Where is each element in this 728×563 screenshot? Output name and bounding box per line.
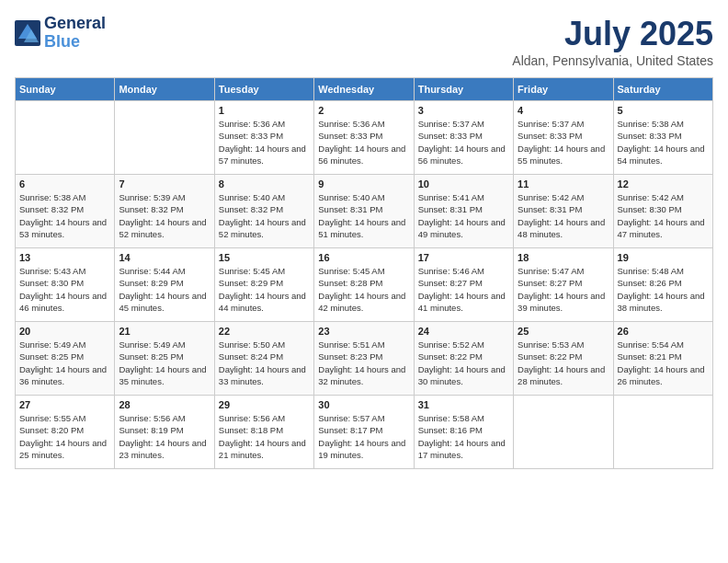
- day-info: Sunrise: 5:56 AM Sunset: 8:19 PM Dayligh…: [119, 412, 210, 461]
- day-info: Sunrise: 5:37 AM Sunset: 8:33 PM Dayligh…: [418, 118, 509, 167]
- calendar-cell: 3Sunrise: 5:37 AM Sunset: 8:33 PM Daylig…: [414, 101, 513, 175]
- calendar-cell: 13Sunrise: 5:43 AM Sunset: 8:30 PM Dayli…: [16, 248, 115, 322]
- calendar-cell: [115, 101, 214, 175]
- day-number: 3: [418, 105, 509, 116]
- calendar-cell: 28Sunrise: 5:56 AM Sunset: 8:19 PM Dayli…: [115, 396, 214, 469]
- day-number: 14: [119, 252, 210, 263]
- day-number: 23: [318, 326, 409, 337]
- logo-icon: [15, 20, 40, 46]
- day-info: Sunrise: 5:44 AM Sunset: 8:29 PM Dayligh…: [119, 265, 210, 314]
- calendar-cell: 31Sunrise: 5:58 AM Sunset: 8:16 PM Dayli…: [414, 396, 513, 469]
- calendar-cell: 9Sunrise: 5:40 AM Sunset: 8:31 PM Daylig…: [314, 175, 414, 248]
- day-info: Sunrise: 5:53 AM Sunset: 8:22 PM Dayligh…: [518, 339, 609, 387]
- calendar-cell: 8Sunrise: 5:40 AM Sunset: 8:32 PM Daylig…: [214, 175, 313, 248]
- day-number: 13: [19, 252, 110, 263]
- day-number: 29: [219, 399, 310, 410]
- day-number: 15: [219, 252, 310, 263]
- calendar-cell: 24Sunrise: 5:52 AM Sunset: 8:22 PM Dayli…: [414, 322, 513, 396]
- day-number: 17: [418, 252, 509, 263]
- page-header: General Blue July 2025 Aldan, Pennsylvan…: [15, 15, 713, 68]
- day-info: Sunrise: 5:41 AM Sunset: 8:31 PM Dayligh…: [418, 191, 509, 240]
- day-info: Sunrise: 5:45 AM Sunset: 8:28 PM Dayligh…: [318, 265, 409, 314]
- day-number: 2: [318, 105, 409, 116]
- day-number: 4: [518, 105, 609, 116]
- calendar-cell: 23Sunrise: 5:51 AM Sunset: 8:23 PM Dayli…: [314, 322, 414, 396]
- day-number: 24: [418, 326, 509, 337]
- day-info: Sunrise: 5:45 AM Sunset: 8:29 PM Dayligh…: [219, 265, 310, 314]
- calendar-cell: 14Sunrise: 5:44 AM Sunset: 8:29 PM Dayli…: [115, 248, 214, 322]
- calendar-cell: 21Sunrise: 5:49 AM Sunset: 8:25 PM Dayli…: [115, 322, 214, 396]
- calendar-cell: 4Sunrise: 5:37 AM Sunset: 8:33 PM Daylig…: [514, 101, 613, 175]
- calendar-cell: [16, 101, 115, 175]
- day-info: Sunrise: 5:38 AM Sunset: 8:33 PM Dayligh…: [618, 118, 709, 167]
- calendar-cell: 7Sunrise: 5:39 AM Sunset: 8:32 PM Daylig…: [115, 175, 214, 248]
- day-number: 28: [119, 399, 210, 410]
- calendar-cell: 15Sunrise: 5:45 AM Sunset: 8:29 PM Dayli…: [214, 248, 313, 322]
- calendar-cell: 16Sunrise: 5:45 AM Sunset: 8:28 PM Dayli…: [314, 248, 414, 322]
- day-number: 30: [318, 399, 409, 410]
- day-number: 10: [418, 178, 509, 190]
- day-number: 1: [219, 105, 310, 116]
- day-info: Sunrise: 5:52 AM Sunset: 8:22 PM Dayligh…: [418, 339, 509, 387]
- day-info: Sunrise: 5:42 AM Sunset: 8:30 PM Dayligh…: [618, 191, 709, 240]
- day-info: Sunrise: 5:48 AM Sunset: 8:26 PM Dayligh…: [618, 265, 709, 314]
- day-info: Sunrise: 5:39 AM Sunset: 8:32 PM Dayligh…: [119, 191, 210, 240]
- day-number: 7: [119, 178, 210, 190]
- day-info: Sunrise: 5:49 AM Sunset: 8:25 PM Dayligh…: [19, 339, 110, 387]
- day-info: Sunrise: 5:49 AM Sunset: 8:25 PM Dayligh…: [119, 339, 210, 387]
- day-info: Sunrise: 5:58 AM Sunset: 8:16 PM Dayligh…: [418, 412, 509, 461]
- day-info: Sunrise: 5:43 AM Sunset: 8:30 PM Dayligh…: [19, 265, 110, 314]
- calendar-cell: 17Sunrise: 5:46 AM Sunset: 8:27 PM Dayli…: [414, 248, 513, 322]
- calendar-cell: 19Sunrise: 5:48 AM Sunset: 8:26 PM Dayli…: [613, 248, 712, 322]
- calendar-cell: 1Sunrise: 5:36 AM Sunset: 8:33 PM Daylig…: [214, 101, 313, 175]
- calendar-cell: 6Sunrise: 5:38 AM Sunset: 8:32 PM Daylig…: [16, 175, 115, 248]
- day-info: Sunrise: 5:38 AM Sunset: 8:32 PM Dayligh…: [19, 191, 110, 240]
- day-of-week-header: Sunday: [16, 78, 115, 101]
- day-info: Sunrise: 5:54 AM Sunset: 8:21 PM Dayligh…: [618, 339, 709, 387]
- calendar-cell: 26Sunrise: 5:54 AM Sunset: 8:21 PM Dayli…: [613, 322, 712, 396]
- day-info: Sunrise: 5:36 AM Sunset: 8:33 PM Dayligh…: [318, 118, 409, 167]
- day-info: Sunrise: 5:51 AM Sunset: 8:23 PM Dayligh…: [318, 339, 409, 387]
- day-of-week-header: Wednesday: [314, 78, 414, 101]
- calendar-cell: [613, 396, 712, 469]
- calendar-cell: 29Sunrise: 5:56 AM Sunset: 8:18 PM Dayli…: [214, 396, 313, 469]
- logo-line1: General: [44, 15, 106, 33]
- calendar-cell: 12Sunrise: 5:42 AM Sunset: 8:30 PM Dayli…: [613, 175, 712, 248]
- title-block: July 2025 Aldan, Pennsylvania, United St…: [512, 15, 713, 68]
- calendar-cell: 30Sunrise: 5:57 AM Sunset: 8:17 PM Dayli…: [314, 396, 414, 469]
- calendar-cell: 25Sunrise: 5:53 AM Sunset: 8:22 PM Dayli…: [514, 322, 613, 396]
- calendar-cell: 18Sunrise: 5:47 AM Sunset: 8:27 PM Dayli…: [514, 248, 613, 322]
- calendar-cell: 22Sunrise: 5:50 AM Sunset: 8:24 PM Dayli…: [214, 322, 313, 396]
- day-info: Sunrise: 5:36 AM Sunset: 8:33 PM Dayligh…: [219, 118, 310, 167]
- calendar-header-row: SundayMondayTuesdayWednesdayThursdayFrid…: [16, 78, 713, 101]
- calendar-cell: 2Sunrise: 5:36 AM Sunset: 8:33 PM Daylig…: [314, 101, 414, 175]
- calendar-cell: 20Sunrise: 5:49 AM Sunset: 8:25 PM Dayli…: [16, 322, 115, 396]
- calendar-week-row: 27Sunrise: 5:55 AM Sunset: 8:20 PM Dayli…: [16, 396, 713, 469]
- day-info: Sunrise: 5:56 AM Sunset: 8:18 PM Dayligh…: [219, 412, 310, 461]
- day-info: Sunrise: 5:40 AM Sunset: 8:31 PM Dayligh…: [318, 191, 409, 240]
- day-of-week-header: Friday: [514, 78, 613, 101]
- day-number: 6: [19, 178, 110, 190]
- day-of-week-header: Thursday: [414, 78, 513, 101]
- calendar-cell: 10Sunrise: 5:41 AM Sunset: 8:31 PM Dayli…: [414, 175, 513, 248]
- day-info: Sunrise: 5:50 AM Sunset: 8:24 PM Dayligh…: [219, 339, 310, 387]
- day-info: Sunrise: 5:57 AM Sunset: 8:17 PM Dayligh…: [318, 412, 409, 461]
- day-number: 19: [618, 252, 709, 263]
- day-number: 20: [19, 326, 110, 337]
- calendar-week-row: 1Sunrise: 5:36 AM Sunset: 8:33 PM Daylig…: [16, 101, 713, 175]
- day-number: 21: [119, 326, 210, 337]
- calendar-week-row: 13Sunrise: 5:43 AM Sunset: 8:30 PM Dayli…: [16, 248, 713, 322]
- day-number: 25: [518, 326, 609, 337]
- day-number: 31: [418, 399, 509, 410]
- day-number: 27: [19, 399, 110, 410]
- day-info: Sunrise: 5:40 AM Sunset: 8:32 PM Dayligh…: [219, 191, 310, 240]
- day-number: 16: [318, 252, 409, 263]
- calendar-cell: [514, 396, 613, 469]
- day-number: 8: [219, 178, 310, 190]
- logo: General Blue: [15, 15, 106, 52]
- calendar-week-row: 6Sunrise: 5:38 AM Sunset: 8:32 PM Daylig…: [16, 175, 713, 248]
- day-info: Sunrise: 5:55 AM Sunset: 8:20 PM Dayligh…: [19, 412, 110, 461]
- day-number: 26: [618, 326, 709, 337]
- day-number: 18: [518, 252, 609, 263]
- calendar-cell: 5Sunrise: 5:38 AM Sunset: 8:33 PM Daylig…: [613, 101, 712, 175]
